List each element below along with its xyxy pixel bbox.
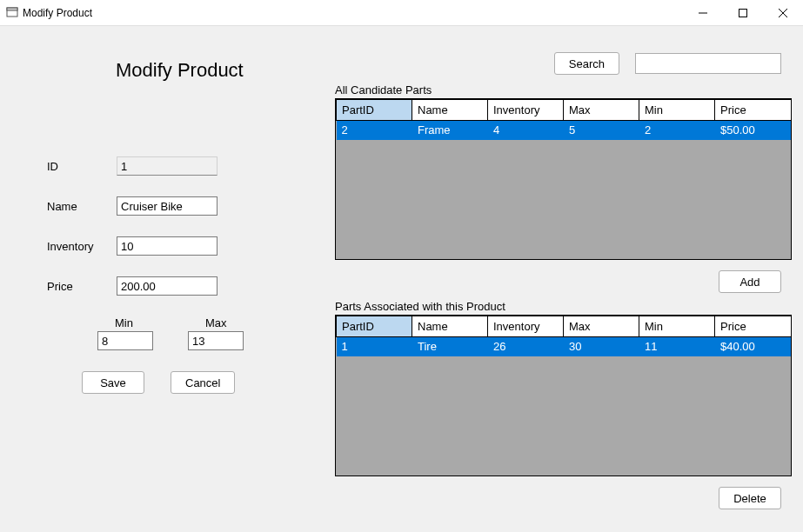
candidate-grid-label: All Candidate Parts (335, 83, 792, 96)
associated-header-partid[interactable]: PartID (337, 316, 412, 337)
name-input[interactable] (117, 196, 217, 216)
candidate-header-name[interactable]: Name (412, 100, 488, 121)
associated-header-min[interactable]: Min (639, 316, 715, 337)
candidate-header-max[interactable]: Max (564, 100, 639, 121)
inventory-input[interactable] (117, 236, 217, 256)
candidate-row[interactable]: 2 Frame 4 5 2 $50.00 (337, 121, 792, 140)
associated-grid-label: Parts Associated with this Product (335, 300, 792, 313)
add-button[interactable]: Add (719, 270, 781, 293)
candidate-cell-inventory: 4 (488, 121, 564, 140)
candidate-header-inventory[interactable]: Inventory (488, 100, 564, 121)
titlebar: Modify Product (0, 0, 803, 26)
max-input[interactable] (188, 331, 244, 350)
candidate-cell-price: $50.00 (715, 121, 792, 140)
min-label: Min (115, 316, 133, 329)
associated-row[interactable]: 1 Tire 26 30 11 $40.00 (337, 337, 792, 356)
close-button[interactable] (763, 0, 803, 26)
associated-cell-min: 11 (639, 337, 715, 356)
id-label: ID (47, 160, 117, 173)
window-title: Modify Product (23, 7, 92, 19)
associated-cell-price: $40.00 (715, 337, 792, 356)
associated-header-max[interactable]: Max (564, 316, 639, 337)
associated-header-name[interactable]: Name (412, 316, 488, 337)
associated-cell-max: 30 (564, 337, 639, 356)
svg-rect-3 (739, 9, 747, 17)
save-button[interactable]: Save (82, 371, 144, 394)
associated-grid[interactable]: PartID Name Inventory Max Min Price 1 Ti… (335, 315, 792, 476)
delete-button[interactable]: Delete (719, 487, 781, 509)
associated-header-price[interactable]: Price (715, 316, 792, 337)
svg-rect-1 (7, 8, 17, 10)
search-input[interactable] (635, 53, 781, 74)
page-title: Modify Product (116, 59, 244, 82)
associated-cell-name: Tire (412, 337, 488, 356)
candidate-cell-name: Frame (412, 121, 488, 140)
candidate-header-partid[interactable]: PartID (337, 100, 412, 121)
candidate-cell-max: 5 (564, 121, 639, 140)
inventory-label: Inventory (47, 240, 117, 253)
candidate-grid[interactable]: PartID Name Inventory Max Min Price 2 Fr… (335, 98, 792, 260)
app-icon (5, 6, 19, 20)
price-label: Price (47, 280, 117, 293)
candidate-cell-partid: 2 (337, 121, 412, 140)
id-input (117, 156, 217, 176)
cancel-button[interactable]: Cancel (171, 371, 235, 394)
max-label: Max (205, 316, 227, 329)
price-input[interactable] (117, 276, 217, 296)
search-button[interactable]: Search (554, 52, 619, 75)
candidate-header-min[interactable]: Min (639, 100, 715, 121)
form-area: ID Name Inventory Price Min Max Save (47, 156, 325, 394)
maximize-button[interactable] (723, 0, 763, 26)
candidate-cell-min: 2 (639, 121, 715, 140)
min-input[interactable] (97, 331, 153, 350)
minimize-button[interactable] (683, 0, 723, 26)
name-label: Name (47, 200, 117, 213)
candidate-header-price[interactable]: Price (715, 100, 792, 121)
associated-cell-partid: 1 (337, 337, 412, 356)
associated-header-inventory[interactable]: Inventory (488, 316, 564, 337)
associated-cell-inventory: 26 (488, 337, 564, 356)
